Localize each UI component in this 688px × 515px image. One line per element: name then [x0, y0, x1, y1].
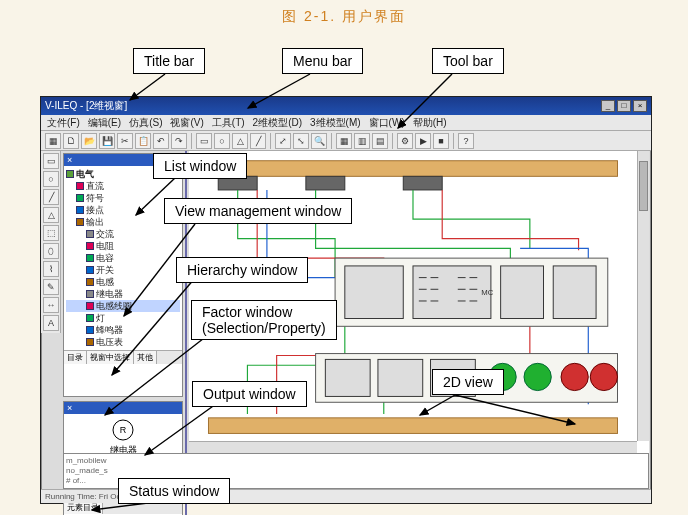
svg-rect-27 — [325, 359, 370, 396]
callout-menu-bar: Menu bar — [282, 48, 363, 74]
svg-point-33 — [590, 363, 617, 390]
callout-hierarchy: Hierarchy window — [176, 257, 308, 283]
window-title: V-ILEQ - [2维视窗] — [45, 99, 127, 113]
scrollbar-vertical[interactable] — [637, 151, 649, 441]
toolbar-button[interactable]: ○ — [214, 133, 230, 149]
callout-status: Status window — [118, 478, 230, 504]
callout-2d-view: 2D view — [432, 369, 504, 395]
svg-rect-21 — [345, 266, 403, 319]
dock-tab[interactable]: 其他 — [134, 351, 157, 364]
menu-item[interactable]: 仿真(S) — [129, 116, 162, 130]
tree-item[interactable]: 继电器 — [66, 288, 180, 300]
menu-bar: 文件(F)编辑(E)仿真(S)视窗(V)工具(T)2维模型(D)3维模型(M)窗… — [41, 115, 651, 131]
tree-item[interactable]: 灯 — [66, 312, 180, 324]
callout-list-window: List window — [153, 153, 247, 179]
toolbar-button[interactable]: 🔍 — [311, 133, 327, 149]
vtool-button[interactable]: ○ — [43, 171, 59, 187]
vertical-toolbar-area: ▭○╱△⬚⬯⌇✎↔A — [41, 151, 61, 453]
minimize-button[interactable]: _ — [601, 100, 615, 112]
toolbar-button[interactable]: ▦ — [45, 133, 61, 149]
tree-item[interactable]: 电阻 — [66, 240, 180, 252]
vtool-button[interactable]: ✎ — [43, 279, 59, 295]
toolbar-button[interactable]: ⚙ — [397, 133, 413, 149]
toolbar-button[interactable]: ▤ — [372, 133, 388, 149]
toolbar-button[interactable]: 📋 — [135, 133, 151, 149]
toolbar-button[interactable]: ▶ — [415, 133, 431, 149]
menu-item[interactable]: 窗口(W) — [369, 116, 405, 130]
toolbar-button[interactable]: ? — [458, 133, 474, 149]
tree-item[interactable]: 电压表 — [66, 336, 180, 348]
menu-item[interactable]: 视窗(V) — [170, 116, 203, 130]
maximize-button[interactable]: □ — [617, 100, 631, 112]
dock-tab[interactable]: 元素目录 — [64, 501, 103, 514]
toolbar-button[interactable]: ▦ — [336, 133, 352, 149]
vertical-toolbar: ▭○╱△⬚⬯⌇✎↔A — [41, 151, 61, 333]
callout-factor: Factor window(Selection/Property) — [191, 300, 337, 340]
svg-text:R: R — [120, 425, 127, 435]
toolbar-button[interactable]: 📂 — [81, 133, 97, 149]
toolbar-button[interactable]: ▥ — [354, 133, 370, 149]
tree-item[interactable]: 电感线圈 — [66, 300, 180, 312]
toolbar-button[interactable]: ▭ — [196, 133, 212, 149]
application-window: V-ILEQ - [2维视窗] _ □ × 文件(F)编辑(E)仿真(S)视窗(… — [40, 96, 652, 504]
toolbar-button[interactable]: ✂ — [117, 133, 133, 149]
tree-item[interactable]: 电容 — [66, 252, 180, 264]
hierarchy-tree[interactable]: 电气直流符号接点输出交流电阻电容开关电感继电器电感线圈灯蜂鸣器电压表 — [64, 166, 182, 350]
toolbar-button[interactable]: ╱ — [250, 133, 266, 149]
tree-item[interactable]: 交流 — [66, 228, 180, 240]
svg-rect-16 — [208, 418, 617, 434]
toolbar-button[interactable]: ⤡ — [293, 133, 309, 149]
menu-item[interactable]: 文件(F) — [47, 116, 80, 130]
svg-text:MC: MC — [481, 288, 493, 297]
toolbar-button[interactable]: 💾 — [99, 133, 115, 149]
vtool-button[interactable]: ⬚ — [43, 225, 59, 241]
title-bar: V-ILEQ - [2维视窗] _ □ × — [41, 97, 651, 115]
tree-item[interactable]: 蜂鸣器 — [66, 324, 180, 336]
tree-item[interactable]: 开关 — [66, 264, 180, 276]
svg-point-32 — [561, 363, 588, 390]
vtool-button[interactable]: ╱ — [43, 189, 59, 205]
menu-item[interactable]: 3维模型(M) — [310, 116, 361, 130]
toolbar-row: ▦🗋📂💾✂📋↶↷▭○△╱⤢⤡🔍▦▥▤⚙▶■? — [41, 131, 651, 151]
dock-title2: × — [64, 402, 182, 414]
toolbar-button[interactable]: ■ — [433, 133, 449, 149]
output-line: no_made_s — [66, 466, 646, 476]
vtool-button[interactable]: ⌇ — [43, 261, 59, 277]
svg-point-31 — [524, 363, 551, 390]
svg-rect-28 — [378, 359, 423, 396]
dock-tab[interactable]: 视窗中选择 — [87, 351, 134, 364]
toolbar-button[interactable]: ⤢ — [275, 133, 291, 149]
svg-rect-22 — [413, 266, 491, 319]
svg-rect-18 — [306, 176, 345, 190]
vtool-button[interactable]: A — [43, 315, 59, 331]
toolbar-button[interactable]: 🗋 — [63, 133, 79, 149]
close-button[interactable]: × — [633, 100, 647, 112]
tree-item[interactable]: 电感 — [66, 276, 180, 288]
dock-tab[interactable]: 目录 — [64, 351, 87, 364]
toolbar-button[interactable]: ↷ — [171, 133, 187, 149]
svg-rect-24 — [553, 266, 596, 319]
toolbar-button[interactable]: △ — [232, 133, 248, 149]
menu-item[interactable]: 帮助(H) — [413, 116, 447, 130]
svg-rect-19 — [403, 176, 442, 190]
figure-caption: 图 2-1. 用户界面 — [0, 0, 688, 30]
tree-item[interactable]: 直流 — [66, 180, 180, 192]
tree-item[interactable]: 输出 — [66, 216, 180, 228]
toolbar-button[interactable]: ↶ — [153, 133, 169, 149]
menu-item[interactable]: 工具(T) — [212, 116, 245, 130]
menu-item[interactable]: 2维模型(D) — [253, 116, 302, 130]
tree-item[interactable]: 符号 — [66, 192, 180, 204]
svg-rect-23 — [501, 266, 544, 319]
vtool-button[interactable]: ⬯ — [43, 243, 59, 259]
menu-item[interactable]: 编辑(E) — [88, 116, 121, 130]
tree-item[interactable]: 接点 — [66, 204, 180, 216]
output-line: m_mobilew — [66, 456, 646, 466]
list-window: × 电气直流符号接点输出交流电阻电容开关电感继电器电感线圈灯蜂鸣器电压表 目录视… — [63, 153, 183, 397]
dock-tabs-top: 目录视窗中选择其他 — [64, 350, 182, 364]
vtool-button[interactable]: ▭ — [43, 153, 59, 169]
callout-view-mgmt: View management window — [164, 198, 352, 224]
vtool-button[interactable]: △ — [43, 207, 59, 223]
callout-title-bar: Title bar — [133, 48, 205, 74]
scrollbar-horizontal[interactable] — [189, 441, 637, 453]
vtool-button[interactable]: ↔ — [43, 297, 59, 313]
